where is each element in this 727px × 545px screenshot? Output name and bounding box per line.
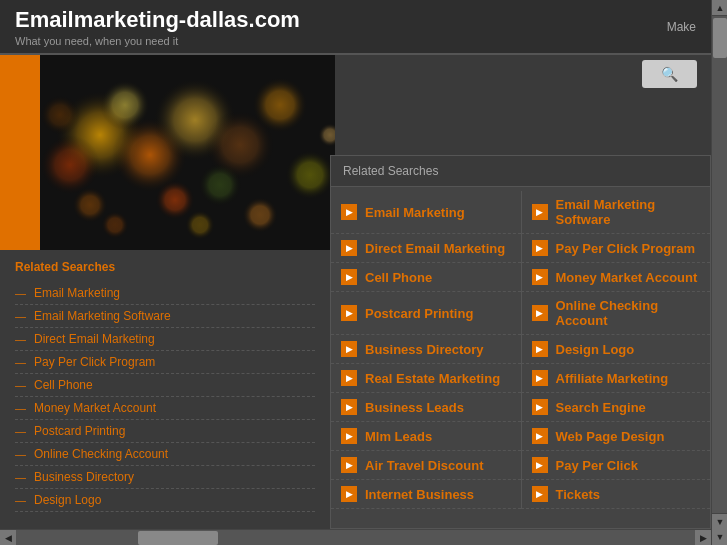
sidebar-arrow-icon: — — [15, 333, 26, 345]
sidebar-item[interactable]: —Pay Per Click Program — [15, 351, 315, 374]
sidebar: Related Searches —Email Marketing—Email … — [0, 250, 330, 529]
item-label[interactable]: Email Marketing — [365, 205, 465, 220]
sidebar-link[interactable]: Design Logo — [34, 493, 101, 507]
item-icon: ▶ — [341, 240, 357, 256]
sidebar-item[interactable]: —Online Checking Account — [15, 443, 315, 466]
main-item-left[interactable]: ▶Business Directory — [331, 335, 521, 364]
item-icon: ▶ — [341, 428, 357, 444]
item-icon: ▶ — [341, 269, 357, 285]
sidebar-item[interactable]: —Email Marketing Software — [15, 305, 315, 328]
sidebar-items-list: —Email Marketing—Email Marketing Softwar… — [15, 282, 315, 512]
sidebar-link[interactable]: Cell Phone — [34, 378, 93, 392]
scrollbar-right[interactable]: ▲ ▼ ▼ — [711, 0, 727, 545]
item-icon: ▶ — [341, 370, 357, 386]
item-label[interactable]: Affiliate Marketing — [556, 371, 669, 386]
item-label[interactable]: Pay Per Click — [556, 458, 638, 473]
main-item-left[interactable]: ▶Cell Phone — [331, 263, 521, 292]
sidebar-link[interactable]: Postcard Printing — [34, 424, 125, 438]
main-item-right[interactable]: ▶Design Logo — [521, 335, 711, 364]
item-label[interactable]: Real Estate Marketing — [365, 371, 500, 386]
item-label[interactable]: Internet Business — [365, 487, 474, 502]
main-item-left[interactable]: ▶Real Estate Marketing — [331, 364, 521, 393]
sidebar-item[interactable]: —Email Marketing — [15, 282, 315, 305]
site-title: Emailmarketing-dallas.com — [15, 7, 667, 33]
main-item-right[interactable]: ▶Pay Per Click Program — [521, 234, 711, 263]
main-item-left[interactable]: ▶Air Travel Discount — [331, 451, 521, 480]
sidebar-item[interactable]: —Design Logo — [15, 489, 315, 512]
sidebar-arrow-icon: — — [15, 471, 26, 483]
item-label[interactable]: Design Logo — [556, 342, 635, 357]
main-item-right[interactable]: ▶Search Engine — [521, 393, 711, 422]
main-item-left[interactable]: ▶Business Leads — [331, 393, 521, 422]
main-item-right[interactable]: ▶Web Page Design — [521, 422, 711, 451]
scroll-bottom-button[interactable]: ▼ — [712, 529, 727, 545]
item-label[interactable]: Air Travel Discount — [365, 458, 483, 473]
main-item-right[interactable]: ▶Affiliate Marketing — [521, 364, 711, 393]
main-panel-content: ▶Email Marketing▶Email Marketing Softwar… — [331, 187, 710, 513]
main-item-left[interactable]: ▶Email Marketing — [331, 191, 521, 234]
item-icon: ▶ — [341, 486, 357, 502]
item-label[interactable]: Money Market Account — [556, 270, 698, 285]
main-item-left[interactable]: ▶Mlm Leads — [331, 422, 521, 451]
sidebar-link[interactable]: Online Checking Account — [34, 447, 168, 461]
item-label[interactable]: Cell Phone — [365, 270, 432, 285]
item-label[interactable]: Direct Email Marketing — [365, 241, 505, 256]
sidebar-link[interactable]: Money Market Account — [34, 401, 156, 415]
main-panel-header: Related Searches — [331, 156, 710, 187]
scroll-up-button[interactable]: ▲ — [712, 0, 727, 16]
item-icon: ▶ — [532, 399, 548, 415]
main-panel: Related Searches ▶Email Marketing▶Email … — [330, 155, 711, 529]
sidebar-item[interactable]: —Direct Email Marketing — [15, 328, 315, 351]
sidebar-link[interactable]: Email Marketing — [34, 286, 120, 300]
sidebar-item[interactable]: —Postcard Printing — [15, 420, 315, 443]
scroll-track-horizontal — [18, 531, 693, 545]
sidebar-link[interactable]: Pay Per Click Program — [34, 355, 155, 369]
scroll-thumb-vertical[interactable] — [713, 18, 727, 58]
scroll-right-button[interactable]: ▶ — [695, 530, 711, 546]
sidebar-link[interactable]: Direct Email Marketing — [34, 332, 155, 346]
main-item-right[interactable]: ▶Money Market Account — [521, 263, 711, 292]
scroll-left-button[interactable]: ◀ — [0, 530, 16, 546]
sidebar-arrow-icon: — — [15, 379, 26, 391]
main-item-left[interactable]: ▶Postcard Printing — [331, 292, 521, 335]
main-item-right[interactable]: ▶Tickets — [521, 480, 711, 509]
main-item-right[interactable]: ▶Pay Per Click — [521, 451, 711, 480]
sidebar-link[interactable]: Business Directory — [34, 470, 134, 484]
item-icon: ▶ — [532, 305, 548, 321]
main-item-right[interactable]: ▶Online Checking Account — [521, 292, 711, 335]
item-icon: ▶ — [532, 341, 548, 357]
sidebar-arrow-icon: — — [15, 356, 26, 368]
main-item-right[interactable]: ▶Email Marketing Software — [521, 191, 711, 234]
item-label[interactable]: Web Page Design — [556, 429, 665, 444]
sidebar-arrow-icon: — — [15, 310, 26, 322]
item-icon: ▶ — [341, 457, 357, 473]
sidebar-item[interactable]: —Money Market Account — [15, 397, 315, 420]
item-label[interactable]: Tickets — [556, 487, 601, 502]
sidebar-arrow-icon: — — [15, 287, 26, 299]
sidebar-link[interactable]: Email Marketing Software — [34, 309, 171, 323]
main-item-left[interactable]: ▶Direct Email Marketing — [331, 234, 521, 263]
item-icon: ▶ — [532, 486, 548, 502]
scroll-thumb-horizontal[interactable] — [138, 531, 218, 545]
item-label[interactable]: Email Marketing Software — [556, 197, 701, 227]
item-icon: ▶ — [341, 399, 357, 415]
main-item-left[interactable]: ▶Internet Business — [331, 480, 521, 509]
search-icon: 🔍 — [661, 66, 678, 82]
item-icon: ▶ — [532, 204, 548, 220]
item-icon: ▶ — [341, 204, 357, 220]
item-label[interactable]: Business Leads — [365, 400, 464, 415]
item-label[interactable]: Search Engine — [556, 400, 646, 415]
sidebar-item[interactable]: —Cell Phone — [15, 374, 315, 397]
item-label[interactable]: Online Checking Account — [556, 298, 701, 328]
item-label[interactable]: Mlm Leads — [365, 429, 432, 444]
hero-image — [40, 55, 335, 250]
site-subtitle: What you need, when you need it — [15, 35, 667, 47]
item-label[interactable]: Pay Per Click Program — [556, 241, 695, 256]
scroll-down-button[interactable]: ▼ — [712, 513, 727, 529]
scrollbar-bottom[interactable]: ◀ ▶ — [0, 529, 711, 545]
search-box[interactable]: 🔍 — [642, 60, 697, 88]
item-label[interactable]: Postcard Printing — [365, 306, 473, 321]
item-label[interactable]: Business Directory — [365, 342, 484, 357]
item-icon: ▶ — [532, 240, 548, 256]
sidebar-item[interactable]: —Business Directory — [15, 466, 315, 489]
